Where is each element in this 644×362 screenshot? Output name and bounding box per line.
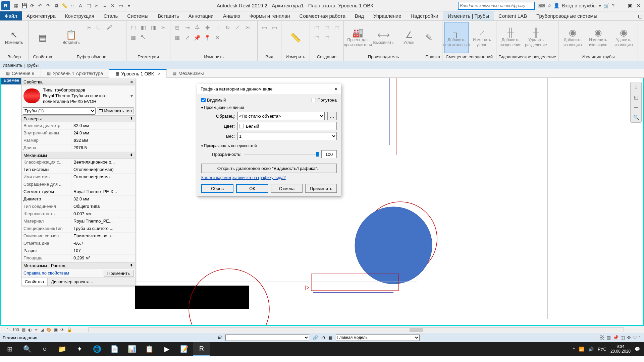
- pattern-more-button[interactable]: …: [327, 112, 337, 120]
- shadow-icon[interactable]: ◢: [41, 327, 44, 332]
- copy2-icon[interactable]: ⿻: [213, 23, 222, 32]
- view-tab[interactable]: ▦Сечение 9: [0, 69, 41, 78]
- scale-display[interactable]: 1 : 100: [7, 327, 19, 332]
- menu-вставить[interactable]: Вставить: [153, 11, 184, 20]
- menu-формы-и-генплан[interactable]: Формы и генплан: [245, 11, 294, 20]
- help-link[interactable]: Как эти параметры влияют на графику вида…: [201, 175, 286, 180]
- wifi-icon[interactable]: 📶: [579, 347, 584, 352]
- split-icon[interactable]: ✂: [159, 23, 168, 32]
- slope-button[interactable]: ∠Уклон: [397, 22, 421, 53]
- visible-checkbox[interactable]: Видимый: [201, 98, 226, 103]
- login-link[interactable]: Вход в службы: [562, 3, 597, 8]
- design-option-select[interactable]: Главная модель: [336, 334, 420, 341]
- revit-taskbar-button[interactable]: R: [193, 342, 210, 356]
- render-icon[interactable]: 🎨: [46, 327, 51, 332]
- notifications-icon[interactable]: 💬: [635, 347, 640, 352]
- add-insulation-button[interactable]: ◉Добавитьизоляцию: [560, 22, 585, 53]
- fabrication-button[interactable]: 🏭Проект дляпроизводителя: [346, 22, 370, 53]
- design-options-icon[interactable]: ▦: [328, 335, 332, 340]
- detail-icon[interactable]: ▦: [22, 327, 25, 332]
- menu-совместная-работа[interactable]: Совместная работа: [295, 11, 350, 20]
- menu-архитектура[interactable]: Архитектура: [22, 11, 60, 20]
- file-menu[interactable]: Файл: [0, 11, 22, 20]
- media-button[interactable]: ▶: [158, 342, 175, 356]
- view-tab[interactable]: ▦Механизмы: [167, 69, 210, 78]
- menu-вид[interactable]: Вид: [350, 11, 369, 20]
- demo-icon[interactable]: ⛏: [139, 33, 148, 42]
- menu-изменить-|-трубы[interactable]: Изменить | Трубы: [443, 11, 494, 20]
- view-tab[interactable]: ▦Уровень 1 ОВК×: [109, 69, 167, 78]
- change-slope-button[interactable]: ⟋Изменитьуклон: [470, 22, 494, 53]
- measure-button[interactable]: 📏: [283, 22, 308, 53]
- projection-lines-group[interactable]: Проекционные линии: [201, 105, 337, 110]
- match-icon[interactable]: 🖌: [105, 23, 114, 32]
- qat-text-icon[interactable]: A: [77, 2, 84, 9]
- qat-sync-icon[interactable]: ⟳: [29, 2, 36, 9]
- offset-icon[interactable]: ⇥: [182, 23, 192, 32]
- properties-help-link[interactable]: Справка по свойствам: [21, 269, 71, 277]
- cart-icon[interactable]: 🛒: [603, 3, 610, 9]
- remove-split-button[interactable]: ╫Удалитьразделение: [524, 22, 548, 53]
- start-button[interactable]: ⊞: [1, 342, 18, 356]
- tray-up-icon[interactable]: ^: [573, 347, 575, 352]
- chrome-button[interactable]: 🌐: [89, 342, 105, 356]
- edit-insulation-button[interactable]: ◉Изменитьизоляцию: [586, 22, 610, 53]
- app1-button[interactable]: ✦: [71, 342, 88, 356]
- apply-properties-button[interactable]: Применить: [104, 270, 133, 277]
- rotate-icon[interactable]: ↻: [223, 23, 232, 32]
- explorer-button[interactable]: 📁: [54, 342, 70, 356]
- cut-icon[interactable]: ✂: [85, 23, 94, 32]
- maximize-button[interactable]: ▣: [626, 2, 634, 10]
- ribbon-minimize-icon[interactable]: ▢: [636, 11, 644, 20]
- menu-системы[interactable]: Системы: [122, 11, 153, 20]
- group-mechanical[interactable]: Механизмы: [23, 153, 47, 158]
- menu-анализ[interactable]: Анализ: [218, 11, 245, 20]
- array-icon[interactable]: ▦: [172, 33, 182, 42]
- qat-switch-icon[interactable]: ▭: [117, 2, 124, 9]
- dialog-close-icon[interactable]: ×: [334, 86, 337, 92]
- palette-close-icon[interactable]: ×: [130, 79, 133, 84]
- clock[interactable]: 9:3420.08.2020: [610, 344, 631, 354]
- group-dimensions[interactable]: Размеры: [23, 116, 42, 121]
- sun-icon[interactable]: ☀: [34, 327, 38, 332]
- type-selector[interactable]: Типы трубопроводовRoyal Thermo Труба из …: [43, 87, 128, 105]
- home-icon[interactable]: ⌂: [631, 82, 641, 92]
- zoom-icon[interactable]: 🔍: [631, 112, 641, 122]
- language-indicator[interactable]: РУС: [598, 347, 606, 352]
- transparency-slider[interactable]: [244, 150, 337, 158]
- surface-transparency-group[interactable]: Прозрачность поверхностей: [201, 143, 337, 148]
- menu-управление[interactable]: Управление: [369, 11, 406, 20]
- element-filter[interactable]: Трубы (1): [23, 107, 96, 115]
- cope-icon[interactable]: ⬚: [128, 23, 138, 32]
- edit-type-button[interactable]: 🗔 Изменить тип: [97, 107, 133, 114]
- qat-undo-icon[interactable]: ↶: [37, 2, 44, 9]
- type-dropdown-icon[interactable]: ▾: [130, 93, 133, 99]
- modify-tool-button[interactable]: ↖Изменить: [2, 22, 26, 53]
- property-row[interactable]: Сегмент трубыRoyal Thermo_PE-X...: [21, 188, 135, 196]
- property-row[interactable]: Тип системыОтопление(прямая): [21, 166, 135, 174]
- halftone-checkbox[interactable]: Полутона: [312, 98, 337, 103]
- user-icon[interactable]: 👤: [553, 3, 560, 9]
- qat-dim-icon[interactable]: ↔: [69, 2, 76, 9]
- select-links-icon[interactable]: ⛓: [600, 335, 604, 340]
- minimize-button[interactable]: ─: [617, 2, 625, 10]
- select-underlay-icon[interactable]: ▨: [606, 335, 611, 340]
- cortana-button[interactable]: ○: [36, 342, 53, 356]
- properties-button[interactable]: ▤: [31, 22, 55, 53]
- scale-icon[interactable]: ⤢: [182, 33, 192, 42]
- open-vg-dialog-button[interactable]: Открыть диалоговое окно "Видимость/Графи…: [201, 164, 337, 173]
- tab-close-icon[interactable]: ×: [158, 71, 160, 76]
- temp-panel-tab[interactable]: Времен: [1, 78, 22, 84]
- wheel-icon[interactable]: ─: [631, 102, 641, 112]
- tab-project-browser[interactable]: Диспетчер проекта...: [48, 278, 97, 286]
- property-row[interactable]: Диаметр32.0 мм: [21, 196, 135, 203]
- mirror-icon[interactable]: ⏃: [193, 23, 202, 32]
- join-icon[interactable]: ◨: [149, 23, 158, 32]
- menu-сталь[interactable]: Сталь: [99, 11, 122, 20]
- delete-icon[interactable]: ✕: [213, 33, 222, 42]
- weight-select[interactable]: 1: [237, 132, 337, 140]
- reset-button[interactable]: Сброс: [201, 184, 233, 193]
- trim-icon[interactable]: ⟋: [233, 23, 242, 32]
- chevron-down-icon[interactable]: ▾: [599, 3, 601, 9]
- menu-конструкция[interactable]: Конструкция: [60, 11, 99, 20]
